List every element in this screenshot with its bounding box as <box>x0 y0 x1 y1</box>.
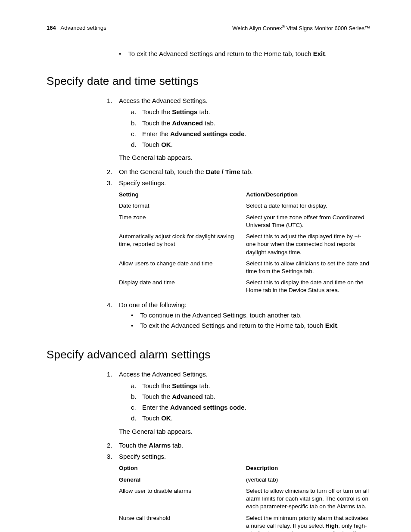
step-text: Access the Advanced Settings. <box>119 370 208 378</box>
substeps: a.Touch the Settings tab. b.Touch the Ad… <box>131 382 370 423</box>
section-heading-alarm: Specify advanced alarm settings <box>47 347 370 362</box>
exit-bullet: To exit the Advanced Settings and return… <box>119 50 370 58</box>
table-row: Allow user to disable alarms Select to a… <box>119 487 370 511</box>
table-header: Option Description <box>119 464 370 472</box>
bullet-text: To exit the Advanced Settings and return… <box>128 50 313 57</box>
table-row: Allow users to change date and timeSelec… <box>119 260 370 275</box>
step-2: 2. Touch the Alarms tab. <box>107 441 370 450</box>
step-3: 3. Specify settings. Setting Action/Desc… <box>107 179 370 298</box>
substep-c: c.Enter the Advanced settings code. <box>131 403 370 412</box>
table-row: Time zoneSelect your time zone offset fr… <box>119 214 370 229</box>
table-row: Automatically adjust clock for daylight … <box>119 233 370 256</box>
step-2: 2. On the General tab, touch the Date / … <box>107 168 370 176</box>
step-4: 4. Do one of the following: To continue … <box>107 301 370 332</box>
substep-a: a.Touch the Settings tab. <box>131 108 370 116</box>
general-label: General <box>119 476 246 484</box>
datetime-steps: 1. Access the Advanced Settings. a.Touch… <box>107 96 370 332</box>
step-1: 1. Access the Advanced Settings. a.Touch… <box>107 96 370 165</box>
substep-b: b.Touch the Advanced tab. <box>131 119 370 128</box>
substep-b: b.Touch the Advanced tab. <box>131 392 370 401</box>
exit-label: Exit <box>313 50 325 57</box>
page-number: 164 <box>47 25 56 31</box>
general-desc: (vertical tab) <box>246 476 370 484</box>
table-row: Nurse call threshold Select the minimum … <box>119 514 370 532</box>
substep-d: d.Touch OK. <box>131 414 370 423</box>
table-row: Display date and timeSelect this to disp… <box>119 279 370 294</box>
header-product: Vital Signs Monitor 6000 Series™ <box>285 25 370 31</box>
col-setting: Setting <box>119 191 246 199</box>
settings-table: Setting Action/Description Date formatSe… <box>119 191 370 294</box>
table-header: Setting Action/Description <box>119 191 370 199</box>
header-brand: Welch Allyn Connex <box>232 25 282 31</box>
header-left: 164 Advanced settings <box>47 24 106 32</box>
header-right: Welch Allyn Connex® Vital Signs Monitor … <box>232 24 370 32</box>
col-description: Description <box>246 464 370 472</box>
col-option: Option <box>119 464 246 472</box>
step-text: Specify settings. <box>119 453 166 460</box>
step-1: 1. Access the Advanced Settings. a.Touch… <box>107 370 370 439</box>
options-table: Option Description General (vertical tab… <box>119 464 370 532</box>
general-tab-note: The General tab appears. <box>119 427 370 436</box>
step-text: Access the Advanced Settings. <box>119 97 208 104</box>
section-heading-datetime: Specify date and time settings <box>47 74 370 89</box>
alarm-steps: 1. Access the Advanced Settings. a.Touch… <box>107 370 370 532</box>
header-section: Advanced settings <box>61 25 106 31</box>
substeps: a.Touch the Settings tab. b.Touch the Ad… <box>131 108 370 149</box>
step-text: Do one of the following: <box>119 301 187 308</box>
substep-c: c.Enter the Advanced settings code. <box>131 130 370 138</box>
top-bullet-block: To exit the Advanced Settings and return… <box>107 50 370 58</box>
exit-bullet: To exit the Advanced Settings and return… <box>131 321 370 330</box>
table-row: Date formatSelect a date format for disp… <box>119 202 370 210</box>
substep-d: d.Touch OK. <box>131 140 370 149</box>
substep-a: a.Touch the Settings tab. <box>131 382 370 390</box>
general-tab-note: The General tab appears. <box>119 153 370 162</box>
step-text: Specify settings. <box>119 179 166 187</box>
table-row-general: General (vertical tab) <box>119 476 370 484</box>
page-header: 164 Advanced settings Welch Allyn Connex… <box>47 24 370 32</box>
step-3: 3. Specify settings. Option Description … <box>107 452 370 532</box>
col-action: Action/Description <box>246 191 370 199</box>
continue-bullet: To continue in the Advanced Settings, to… <box>131 311 370 320</box>
